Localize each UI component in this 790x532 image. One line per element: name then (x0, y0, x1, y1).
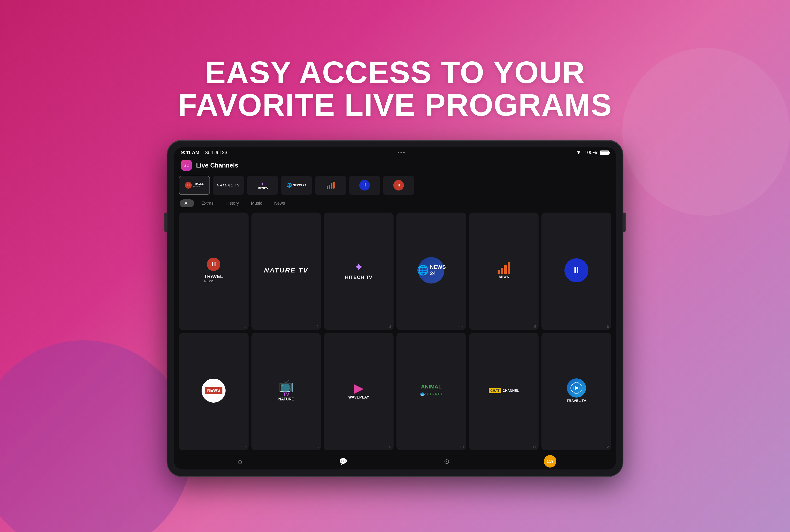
search-icon: ⊙ (444, 457, 449, 466)
battery-icon (600, 151, 609, 155)
channel-card-10[interactable]: ANIMAL 🐟 PLANET 10 (396, 333, 466, 450)
svg-marker-3 (575, 386, 579, 390)
tablet-frame: 9:41 AM Sun Jul 23 ••• ▼ 100% GO Live Ch… (167, 141, 623, 476)
filter-tab-extras[interactable]: Extras (196, 200, 218, 207)
nav-search[interactable]: ⊙ (440, 455, 453, 468)
strip-channel-2[interactable]: NATURE TV (213, 176, 244, 195)
strip-channel-1[interactable]: H TRAVELNEWS (179, 176, 210, 195)
nav-home[interactable]: ⌂ (234, 455, 246, 468)
chat-icon: 💬 (339, 457, 347, 466)
status-time: 9:41 AM (181, 150, 200, 155)
tablet-screen: 9:41 AM Sun Jul 23 ••• ▼ 100% GO Live Ch… (174, 147, 616, 470)
status-right: ▼ 100% (576, 150, 609, 156)
channels-strip[interactable]: H TRAVELNEWS NATURE TV ✦ HITECH TV (174, 173, 616, 197)
filter-tab-news[interactable]: News (269, 200, 290, 207)
profile-icon: CA (546, 459, 553, 464)
strip-channel-6[interactable]: II (349, 176, 380, 195)
channel-card-5[interactable]: NEWS 5 (469, 212, 539, 330)
app-title: Live Channels (196, 162, 238, 169)
channel-card-9[interactable]: ▶ WAVEPLAY 9 (324, 333, 394, 450)
strip-channel-3[interactable]: ✦ HITECH TV (247, 176, 278, 195)
bottom-nav: ⌂ 💬 ⊙ CA (174, 453, 616, 470)
battery-percent: 100% (585, 150, 597, 155)
filter-tab-all[interactable]: All (180, 200, 194, 207)
tablet-device: 9:41 AM Sun Jul 23 ••• ▼ 100% GO Live Ch… (167, 141, 623, 476)
filter-bar: All Extras History Music News (174, 197, 616, 210)
channels-grid: H TRAVEL NEWS 1 NATURE TV 2 (174, 210, 616, 453)
channel-card-6[interactable]: II 6 (542, 212, 611, 330)
home-icon: ⌂ (238, 457, 242, 465)
app-logo: GO (181, 160, 192, 171)
channel-card-11[interactable]: CHAT CHANNEL 11 (469, 333, 539, 450)
status-dots: ••• (397, 150, 406, 156)
filter-tab-music[interactable]: Music (246, 200, 267, 207)
channel-card-2[interactable]: NATURE TV 2 (251, 212, 321, 330)
channel-card-1[interactable]: H TRAVEL NEWS 1 (179, 212, 248, 330)
nav-chat[interactable]: 💬 (337, 455, 350, 468)
channel-card-8[interactable]: 📺 TV NATURE 8 (251, 333, 321, 450)
channel-card-12[interactable]: TRAVEL TV 12 (542, 333, 611, 450)
filter-tab-history[interactable]: History (221, 200, 244, 207)
status-bar: 9:41 AM Sun Jul 23 ••• ▼ 100% (174, 147, 616, 158)
strip-channel-4[interactable]: 🌐 NEWS 24 (281, 176, 312, 195)
headline-text: EASY ACCESS TO YOUR FAVORITE LIVE PROGRA… (178, 56, 612, 121)
channel-card-7[interactable]: NEWS 7 (179, 333, 248, 450)
headline: EASY ACCESS TO YOUR FAVORITE LIVE PROGRA… (178, 56, 612, 121)
status-date: Sun Jul 23 (205, 150, 227, 155)
strip-channel-7[interactable]: N (383, 176, 414, 195)
wifi-icon: ▼ (576, 150, 581, 156)
app-header: GO Live Channels (174, 158, 616, 173)
strip-channel-5[interactable] (315, 176, 346, 195)
channel-card-3[interactable]: ✦ HITECH TV 3 (324, 212, 394, 330)
channel-card-4[interactable]: 🌐 NEWS 24 4 (396, 212, 466, 330)
nav-profile[interactable]: CA (544, 455, 556, 468)
